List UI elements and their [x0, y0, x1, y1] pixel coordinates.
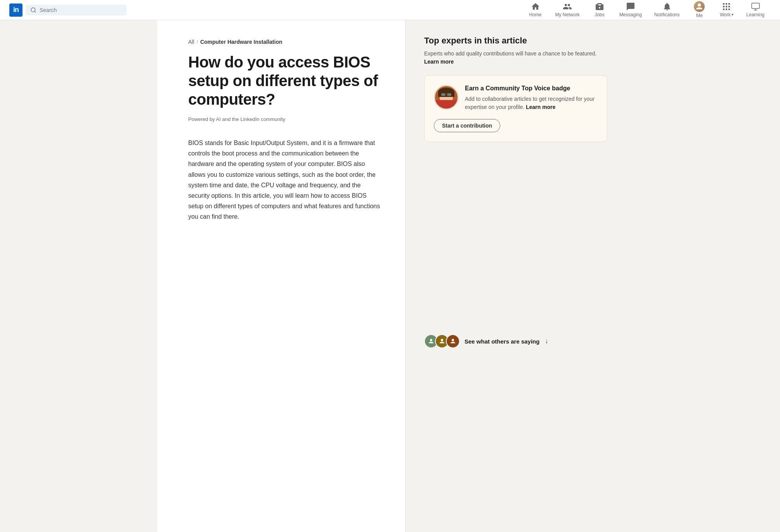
svg-rect-10 [726, 9, 727, 10]
article-meta: Powered by AI and the LinkedIn community [188, 116, 380, 122]
nav-work-label: Work▾ [720, 12, 733, 17]
experts-subtitle: Experts who add quality contributions wi… [424, 50, 607, 66]
others-avatar-3 [446, 334, 460, 348]
svg-point-15 [441, 339, 443, 341]
svg-rect-8 [728, 6, 730, 7]
nav-item-work[interactable]: Work▾ [713, 0, 740, 20]
nav-me-label: Me [696, 13, 703, 18]
navbar-left: in [9, 3, 127, 17]
search-box[interactable] [26, 5, 127, 16]
others-avatars [424, 334, 460, 348]
learn-more-link-top[interactable]: Learn more [424, 59, 454, 65]
experts-title: Top experts in this article [424, 36, 607, 46]
people-icon [563, 2, 572, 11]
svg-point-0 [31, 8, 35, 12]
article-body: BIOS stands for Basic Input/Output Syste… [188, 138, 380, 222]
avatar [694, 1, 705, 12]
navbar-right: Home My Network Jobs Messaging [522, 0, 771, 20]
search-input[interactable] [40, 7, 122, 13]
svg-point-16 [452, 339, 454, 341]
nav-learning-label: Learning [746, 12, 764, 17]
badge-desc: Add to collaborative articles to get rec… [465, 95, 598, 111]
search-icon [30, 7, 36, 13]
nav-item-jobs[interactable]: Jobs [586, 0, 613, 20]
sidebar-section: Top experts in this article Experts who … [406, 20, 623, 532]
nav-item-messaging[interactable]: Messaging [613, 0, 648, 20]
nav-notifications-label: Notifications [654, 12, 679, 17]
chevron-down-icon: ↓ [545, 338, 548, 345]
others-section[interactable]: See what others are saying ↓ [424, 328, 607, 348]
expert-avatar-wrapper [434, 85, 459, 110]
others-section-wrapper: See what others are saying ↓ [424, 328, 607, 348]
main-container: All / Computer Hardware Installation How… [157, 20, 623, 532]
nav-jobs-label: Jobs [595, 12, 604, 17]
contribution-card: Earn a Community Top Voice badge Add to … [424, 75, 607, 142]
nav-item-notifications[interactable]: Notifications [648, 0, 686, 20]
others-text: See what others are saying [465, 338, 539, 345]
svg-point-2 [698, 3, 701, 7]
nav-mynetwork-label: My Network [555, 12, 580, 17]
nav-item-my-network[interactable]: My Network [549, 0, 586, 20]
svg-rect-7 [726, 6, 727, 7]
nav-item-me[interactable]: Me [686, 0, 713, 20]
contribution-card-top: Earn a Community Top Voice badge Add to … [434, 85, 598, 111]
play-icon [751, 2, 760, 11]
article-section: All / Computer Hardware Installation How… [157, 20, 406, 532]
nav-home-label: Home [529, 12, 542, 17]
svg-rect-3 [723, 3, 725, 5]
learn-more-link-card[interactable]: Learn more [526, 104, 555, 110]
svg-rect-11 [728, 9, 730, 10]
svg-point-14 [430, 339, 432, 341]
svg-line-1 [35, 11, 36, 12]
svg-rect-12 [752, 3, 759, 9]
navbar: in Home My Network Jo [0, 0, 780, 20]
breadcrumb: All / Computer Hardware Installation [188, 39, 380, 45]
nav-messaging-label: Messaging [619, 12, 642, 17]
nav-item-home[interactable]: Home [522, 0, 549, 20]
article-title: How do you access BIOS setup on differen… [188, 53, 380, 109]
grid-icon [722, 2, 731, 11]
start-contribution-button[interactable]: Start a contribution [434, 119, 500, 132]
chat-icon [626, 2, 635, 11]
breadcrumb-separator: / [197, 39, 198, 45]
briefcase-icon [595, 2, 604, 11]
expert-avatar [434, 85, 459, 110]
contribution-text: Earn a Community Top Voice badge Add to … [465, 85, 598, 111]
linkedin-logo[interactable]: in [9, 3, 23, 17]
nav-item-learning[interactable]: Learning [740, 0, 771, 20]
breadcrumb-current: Computer Hardware Installation [200, 39, 283, 45]
breadcrumb-all-link[interactable]: All [188, 39, 194, 45]
badge-title: Earn a Community Top Voice badge [465, 85, 598, 92]
svg-rect-4 [726, 3, 727, 5]
bell-icon [662, 2, 672, 11]
home-icon [531, 2, 540, 11]
svg-rect-5 [728, 3, 730, 5]
svg-rect-9 [723, 9, 725, 10]
svg-rect-6 [723, 6, 725, 7]
